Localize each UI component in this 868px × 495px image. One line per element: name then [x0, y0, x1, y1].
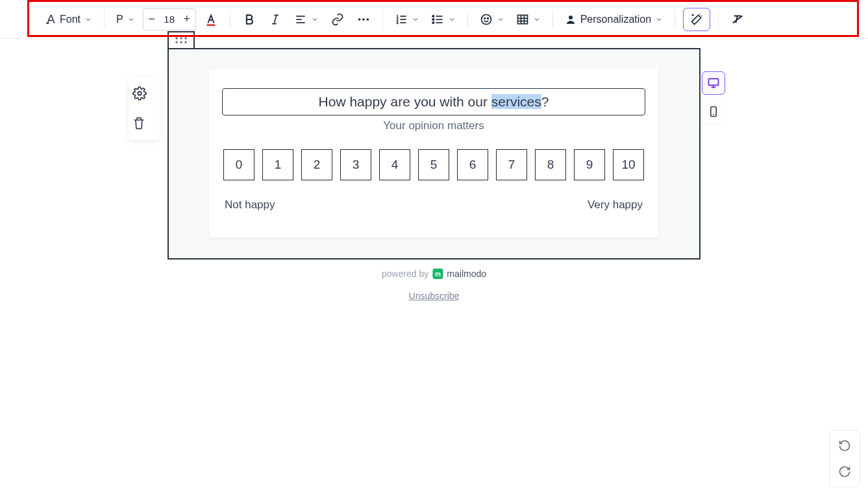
scale-labels: Not happy Very happy — [222, 199, 645, 211]
block-delete-button[interactable] — [132, 112, 156, 135]
font-size-value: 18 — [160, 14, 179, 25]
svg-line-3 — [274, 15, 276, 23]
ordered-list-icon: 123 — [395, 13, 408, 26]
svg-rect-0 — [206, 24, 215, 26]
question-text-input[interactable]: How happy are you with our services? — [222, 88, 645, 115]
svg-point-19 — [432, 15, 434, 17]
table-icon — [516, 13, 529, 26]
editor-toolbar: Font P − 18 + — [0, 0, 868, 39]
scale-option-9[interactable]: 9 — [574, 149, 605, 180]
survey-block[interactable]: How happy are you with our services? You… — [167, 48, 701, 260]
toolbar-separator — [675, 10, 675, 29]
table-dropdown[interactable] — [512, 8, 545, 30]
chevron-down-icon — [533, 16, 541, 23]
personalization-dropdown[interactable]: Personalization — [561, 8, 667, 30]
scale-option-10[interactable]: 10 — [613, 149, 644, 180]
undo-icon — [838, 439, 851, 452]
ordered-list-dropdown[interactable]: 123 — [391, 8, 423, 30]
unsubscribe-link[interactable]: Unsubscribe — [382, 291, 486, 301]
emoji-icon — [480, 13, 493, 26]
scale-label-low: Not happy — [225, 199, 275, 211]
svg-point-8 — [362, 18, 365, 21]
svg-text:3: 3 — [396, 20, 398, 24]
gear-icon — [132, 86, 147, 101]
scale-option-5[interactable]: 5 — [418, 149, 449, 180]
align-dropdown[interactable] — [290, 8, 323, 30]
emoji-dropdown[interactable] — [476, 8, 508, 30]
font-size-increase[interactable]: + — [179, 9, 195, 30]
drag-handle[interactable] — [167, 31, 195, 48]
clear-formatting-button[interactable] — [726, 8, 749, 30]
svg-point-21 — [432, 21, 434, 23]
block-settings-button[interactable] — [132, 82, 156, 105]
email-footer: powered by m mailmodo Unsubscribe — [382, 269, 486, 301]
svg-point-7 — [358, 18, 360, 21]
svg-point-20 — [432, 18, 434, 20]
scale-option-7[interactable]: 7 — [496, 149, 527, 180]
svg-rect-25 — [517, 15, 527, 23]
scale-option-6[interactable]: 6 — [457, 149, 488, 180]
person-icon — [565, 14, 577, 25]
clear-format-icon — [730, 12, 745, 27]
history-controls — [829, 430, 860, 487]
scale-option-8[interactable]: 8 — [535, 149, 566, 180]
italic-icon — [269, 13, 282, 26]
chevron-down-icon — [84, 16, 92, 23]
mobile-view-button[interactable] — [702, 100, 725, 123]
bold-button[interactable] — [238, 8, 260, 30]
survey-card: How happy are you with our services? You… — [209, 69, 658, 237]
ai-magic-button[interactable] — [683, 8, 710, 31]
scale-option-3[interactable]: 3 — [340, 149, 371, 180]
svg-point-9 — [366, 18, 369, 21]
block-side-tools — [129, 77, 160, 140]
brand-name: mailmodo — [447, 269, 486, 279]
unordered-list-icon — [431, 13, 444, 26]
toolbar-separator — [104, 10, 105, 29]
text-color-icon — [204, 12, 218, 27]
link-button[interactable] — [327, 8, 349, 30]
redo-icon — [838, 465, 851, 478]
chevron-down-icon — [655, 16, 663, 23]
powered-by-text: powered by — [382, 269, 428, 279]
desktop-icon — [707, 77, 720, 90]
font-size-stepper[interactable]: − 18 + — [143, 8, 196, 30]
text-color-button[interactable] — [200, 8, 222, 30]
italic-button[interactable] — [264, 8, 286, 30]
font-family-label: Font — [60, 14, 81, 25]
editor-canvas: How happy are you with our services? You… — [0, 39, 868, 495]
svg-point-30 — [569, 16, 573, 19]
desktop-view-button[interactable] — [702, 71, 725, 95]
personalization-label: Personalization — [580, 14, 651, 25]
more-button[interactable] — [353, 8, 375, 30]
link-icon — [331, 13, 344, 26]
viewport-switcher — [702, 71, 725, 123]
chevron-down-icon — [497, 16, 504, 23]
scale-option-4[interactable]: 4 — [379, 149, 410, 180]
unordered-list-dropdown[interactable] — [427, 8, 460, 30]
svg-point-31 — [138, 91, 142, 95]
scale-option-2[interactable]: 2 — [301, 149, 332, 180]
toolbar-separator — [230, 10, 230, 29]
redo-button[interactable] — [834, 461, 856, 483]
undo-button[interactable] — [834, 435, 856, 457]
bold-icon — [243, 13, 256, 26]
font-size-decrease[interactable]: − — [143, 9, 160, 30]
toolbar-separator — [467, 10, 468, 29]
svg-rect-38 — [709, 78, 719, 85]
trash-icon — [132, 117, 145, 130]
scale-option-0[interactable]: 0 — [223, 149, 254, 180]
nps-scale: 0 1 2 3 4 5 6 7 8 9 10 — [222, 149, 645, 180]
svg-point-34 — [184, 37, 186, 39]
scale-option-1[interactable]: 1 — [262, 149, 293, 180]
font-family-dropdown[interactable]: Font — [40, 8, 96, 30]
chevron-down-icon — [127, 16, 135, 23]
question-subtitle: Your opinion matters — [222, 119, 645, 132]
svg-point-37 — [184, 41, 186, 43]
paragraph-style-dropdown[interactable]: P — [112, 8, 139, 30]
svg-point-24 — [487, 18, 488, 19]
mailmodo-logo-icon: m — [432, 269, 443, 279]
chevron-down-icon — [448, 16, 456, 23]
chevron-down-icon — [311, 16, 319, 23]
svg-point-22 — [481, 14, 491, 24]
question-text-post: ? — [541, 94, 549, 109]
